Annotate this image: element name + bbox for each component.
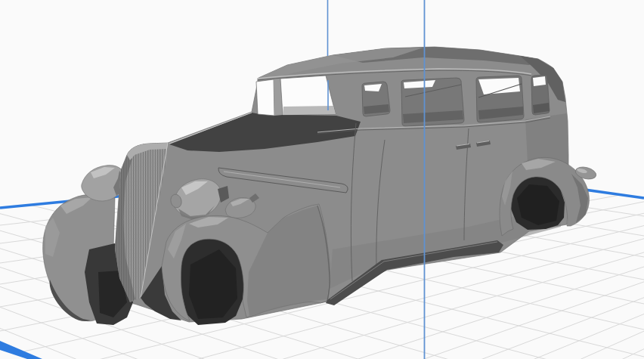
viewport-3d[interactable] — [0, 0, 644, 359]
render-canvas — [0, 0, 644, 359]
windshield-left-pane — [256, 79, 274, 116]
quarter-window-through — [533, 76, 546, 86]
